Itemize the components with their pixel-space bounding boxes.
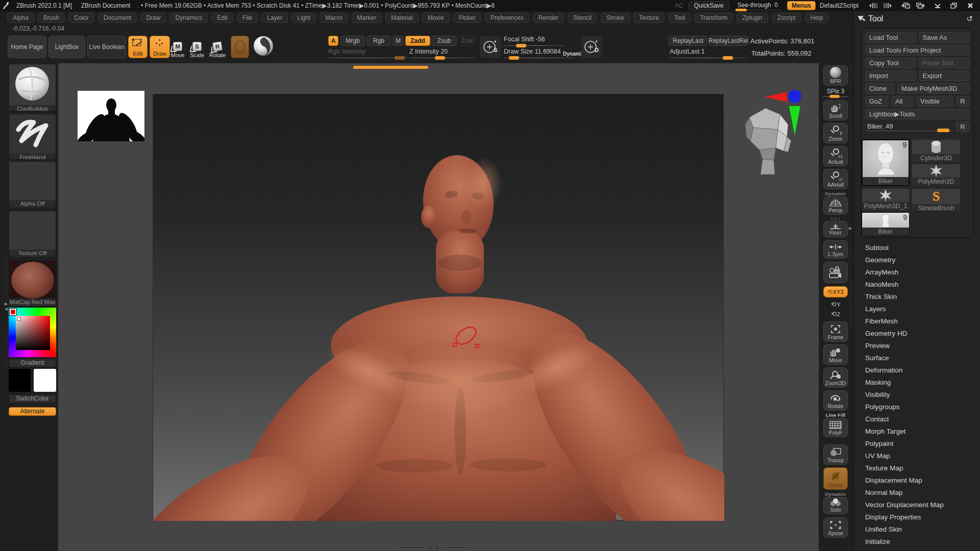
subpalette-item[interactable]: NanoMesh <box>854 279 980 291</box>
scroll-button[interactable]: Scroll <box>823 100 848 120</box>
menu-item[interactable]: Draw <box>140 13 166 23</box>
m-button[interactable]: M <box>393 36 404 46</box>
subpalette-item[interactable]: Initialize <box>854 536 980 548</box>
menu-item[interactable]: Edit <box>211 13 233 23</box>
switchcolor-button[interactable]: SwitchColor <box>9 394 56 403</box>
menu-item[interactable]: Material <box>385 13 419 23</box>
move-button[interactable]: M Move <box>168 36 187 58</box>
tool-tile-biker-2[interactable]: 9 Biker <box>862 212 910 236</box>
draw-button[interactable]: Draw <box>150 36 170 58</box>
menu-item[interactable]: Color <box>68 13 94 23</box>
material-sphere-swatch[interactable] <box>253 36 274 56</box>
rail-expand-icon[interactable]: ▶ <box>849 227 852 231</box>
adjust-last-slider[interactable]: AdjustLast 1 <box>670 48 746 58</box>
floor-button[interactable]: Floor <box>823 221 848 237</box>
tool-tile-biker-active[interactable]: 9 Biker <box>862 139 910 186</box>
gradient-button[interactable]: Gradient <box>9 359 56 367</box>
edit-button[interactable]: Edit <box>128 36 148 58</box>
document-zoom-scrollbar[interactable] <box>58 65 819 70</box>
dock-right-icon[interactable] <box>915 2 928 10</box>
palette-reset-icon[interactable]: ↺ <box>966 14 973 23</box>
load-tools-from-project-button[interactable]: Load Tools From Project <box>865 45 969 56</box>
tray-collapse-icon[interactable]: ◀ <box>5 307 8 311</box>
tray-drag-handle[interactable] <box>4 312 9 373</box>
menu-item[interactable]: Alpha <box>7 13 34 23</box>
stroke-type-button[interactable]: S <box>480 36 501 58</box>
subpalette-item[interactable]: Morph Target <box>854 425 980 438</box>
replay-last-button[interactable]: ReplayLast <box>669 36 707 46</box>
minimize-icon[interactable] <box>931 2 944 10</box>
bpr-button[interactable]: BPR <box>823 65 848 86</box>
export-button[interactable]: Export <box>919 70 970 81</box>
z-intensity-slider[interactable]: Z Intensity 20 <box>409 48 476 58</box>
alternate-button[interactable]: Alternate <box>9 407 56 416</box>
zoom-button[interactable]: ⇕ Zoom <box>823 123 848 143</box>
subpalette-item[interactable]: Polypaint <box>854 438 980 450</box>
ghost-button[interactable]: Ghost <box>823 467 848 490</box>
goz-visible-button[interactable]: Visible <box>916 96 953 107</box>
subpalette-item[interactable]: Geometry HD <box>854 328 980 340</box>
subpalette-item[interactable]: Texture Map <box>854 462 980 474</box>
menu-item[interactable]: Stroke <box>601 13 630 23</box>
material-swatch-matcap[interactable]: MatCap Red Wax <box>9 260 56 307</box>
quicksave-button[interactable]: QuickSave <box>689 1 729 10</box>
rotate-xyz-button[interactable]: ⟲ XYZ <box>823 286 848 297</box>
live-boolean-button[interactable]: Live Boolean <box>87 36 126 58</box>
scroll-handle-left[interactable] <box>399 546 426 548</box>
mrgb-button[interactable]: Mrgb <box>340 36 365 46</box>
rgb-button[interactable]: Rgb <box>366 36 391 46</box>
subpalette-item[interactable]: Thick Skin <box>854 291 980 303</box>
menu-item[interactable]: Picker <box>453 13 481 23</box>
subpalette-item[interactable]: Geometry <box>854 254 980 266</box>
zadd-button[interactable]: Zadd <box>405 36 430 46</box>
document-zoom-handle[interactable] <box>353 66 428 69</box>
goz-button[interactable]: GoZ <box>865 96 889 107</box>
close-icon[interactable] <box>964 2 977 10</box>
rotate-y-button[interactable]: ⟲ Y <box>830 300 840 308</box>
menu-item[interactable]: Transform <box>694 13 733 23</box>
canvas-viewport[interactable] <box>153 94 724 520</box>
menu-item[interactable]: Texture <box>633 13 665 23</box>
save-as-button[interactable]: Save As <box>919 32 970 43</box>
subpalette-item[interactable]: Display Properties <box>854 511 980 523</box>
menu-item[interactable]: Brush <box>38 13 65 23</box>
menu-item[interactable]: Zscript <box>772 13 801 23</box>
main-color-swatch[interactable] <box>9 369 31 392</box>
polyframe-button[interactable]: PolyF <box>823 418 848 437</box>
subpalette-item[interactable]: UV Map <box>854 450 980 462</box>
subpalette-item[interactable]: Displacement Map <box>854 474 980 487</box>
scroll-up-icon[interactable]: ▲ <box>429 546 432 549</box>
palette-arrow-icon[interactable] <box>858 13 866 22</box>
current-tool-slider[interactable]: Biker. 49 <box>865 121 953 132</box>
texture-swatch[interactable]: Texture Off <box>9 211 56 258</box>
menu-item[interactable]: Help <box>805 13 829 23</box>
menu-item[interactable]: Light <box>291 13 316 23</box>
menu-item[interactable]: Layer <box>261 13 288 23</box>
see-through-slider[interactable]: See-through 0 <box>734 2 781 10</box>
actual-button[interactable]: x1 Actual <box>823 146 848 166</box>
local-symmetry-button[interactable]: L.Sym <box>823 240 848 259</box>
document-preview-thumbnail[interactable] <box>78 91 144 141</box>
menus-button[interactable]: Menus <box>787 1 816 10</box>
secondary-color-swatch[interactable] <box>34 369 56 392</box>
subpalette-item[interactable]: Preview <box>854 340 980 352</box>
tray-drag-handle[interactable] <box>4 255 9 301</box>
aahalf-button[interactable]: ▭ AAHalf <box>823 169 848 189</box>
goz-all-button[interactable]: All <box>891 96 914 107</box>
menu-item[interactable]: Marker <box>352 13 382 23</box>
zsub-button[interactable]: Zsub <box>431 36 457 46</box>
canvas-scroll-control[interactable]: ▲ ▼ <box>399 545 481 550</box>
menu-item[interactable]: Zplugin <box>737 13 768 23</box>
tool-tile-cylinder3d[interactable]: Cylinder3D <box>912 139 961 162</box>
divider-left-icon[interactable] <box>866 2 879 10</box>
rail-drag-handle[interactable] <box>848 235 853 327</box>
transparency-button[interactable]: Transp <box>823 444 848 465</box>
zoom3d-button[interactable]: Zoom3D <box>823 367 848 388</box>
focal-shift-slider[interactable]: Focal Shift -56 <box>504 36 565 46</box>
clone-button[interactable]: Clone <box>865 83 895 94</box>
menu-item[interactable]: Render <box>533 13 564 23</box>
subpalette-item[interactable]: Polygroups <box>854 401 980 413</box>
menu-item[interactable]: Movie <box>422 13 450 23</box>
tool-r-button[interactable]: R <box>956 121 969 132</box>
subpalette-item[interactable]: Masking <box>854 377 980 389</box>
